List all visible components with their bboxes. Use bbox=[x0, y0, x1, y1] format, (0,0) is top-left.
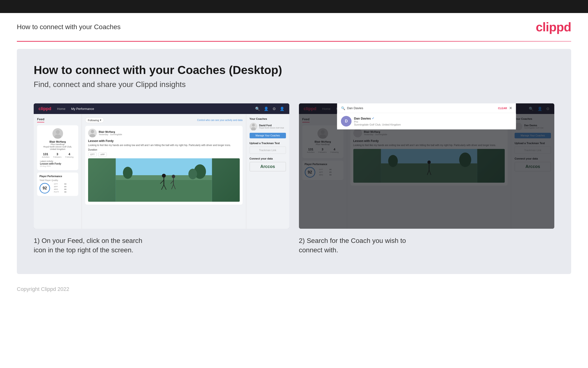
search-result-role: Pro bbox=[354, 120, 401, 123]
profile-name: Blair McHarg bbox=[40, 140, 75, 143]
following-count: 4 bbox=[65, 152, 73, 156]
clear-button[interactable]: CLEAR bbox=[498, 107, 507, 110]
mock-app-1: clippd Home My Performance 🔍 👤 ⚙ 👤 bbox=[34, 103, 289, 229]
avatar-nav[interactable]: 👤 bbox=[280, 107, 284, 111]
followers-label: Followers bbox=[53, 156, 61, 158]
post-author-sub: Yesterday · Sunningdale bbox=[99, 133, 122, 136]
upload-title: Upload a Trackman Test bbox=[250, 142, 286, 145]
search-result-info: Dan Davies ✓ Pro Sunningdale Golf Club, … bbox=[354, 117, 401, 126]
search-icon-overlay: 🔍 bbox=[341, 106, 345, 110]
coach-club: Royal North Devon Golf Club bbox=[259, 127, 284, 129]
svg-point-21 bbox=[251, 127, 256, 130]
app-navbar: clippd Home My Performance 🔍 👤 ⚙ 👤 bbox=[34, 103, 289, 114]
search-input-value[interactable]: Dan Davies bbox=[347, 106, 496, 110]
settings-icon[interactable]: ⚙ bbox=[272, 107, 276, 111]
post-author-name: Blair McHarg bbox=[99, 130, 122, 133]
search-result-item[interactable]: D Dan Davies ✓ Pro Sunningdale Golf Club… bbox=[337, 113, 516, 129]
following-label: Following bbox=[65, 156, 73, 158]
section-title: How to connect with your Coaches (Deskto… bbox=[34, 63, 554, 77]
activity-date: 03 Aug 2022 bbox=[40, 165, 75, 167]
trackman-input[interactable]: Trackman Link bbox=[250, 147, 286, 154]
post-header: Blair McHarg Yesterday · Sunningdale bbox=[88, 129, 240, 137]
bar-putt: PUTT 96 bbox=[54, 191, 66, 193]
close-search-button[interactable]: ✕ bbox=[509, 106, 512, 110]
coach-avatar bbox=[250, 123, 257, 130]
app-logo: clippd bbox=[38, 106, 51, 111]
following-button[interactable]: Following ▾ bbox=[85, 117, 104, 123]
svg-point-20 bbox=[252, 124, 255, 127]
bar-arg-label: ARG bbox=[54, 188, 60, 190]
performance-card: Player Performance Total Player Quality … bbox=[37, 173, 78, 196]
stats-row: 131 Activities 3 Followers 4 bbox=[40, 152, 75, 158]
control-link[interactable]: Control who can see your activity and da… bbox=[197, 119, 242, 121]
profile-card: Blair McHarg Plus Handicap Royal North D… bbox=[37, 125, 78, 170]
feed-post: Blair McHarg Yesterday · Sunningdale Les… bbox=[85, 126, 243, 205]
top-bar bbox=[0, 0, 588, 13]
svg-point-0 bbox=[56, 130, 60, 134]
stat-activities: 131 Activities bbox=[42, 152, 50, 158]
post-author-info: Blair McHarg Yesterday · Sunningdale bbox=[99, 130, 122, 136]
middle-panel: Following ▾ Control who can see your act… bbox=[82, 114, 246, 229]
following-row: Following ▾ Control who can see your act… bbox=[85, 117, 243, 123]
coach-avatar-svg bbox=[250, 123, 257, 130]
bar-app: APP 85 bbox=[54, 185, 66, 188]
post-title: Lesson with Fordy bbox=[88, 139, 240, 143]
verified-icon: ✓ bbox=[372, 117, 374, 120]
post-avatar bbox=[88, 129, 97, 137]
app-body: Feed Blair McHarg Plus Handicap bbox=[34, 114, 289, 229]
performance-sub: Total Player Quality bbox=[39, 179, 76, 182]
avatar-svg bbox=[53, 129, 62, 138]
off-btn[interactable]: OTT bbox=[88, 153, 97, 156]
nav-icons: 🔍 👤 ⚙ 👤 bbox=[255, 107, 284, 111]
screenshot-block-2: clippd Home My Performance 🔍 👤 ⚙ Feed bbox=[299, 103, 554, 255]
stat-followers: 3 Followers bbox=[53, 152, 61, 158]
bar-putt-val: 96 bbox=[61, 191, 66, 193]
avatar bbox=[53, 128, 63, 139]
feed-tab[interactable]: Feed bbox=[37, 117, 44, 122]
search-result-avatar: D bbox=[341, 116, 352, 127]
bar-app-label: APP bbox=[54, 185, 60, 188]
search-bar-overlay: 🔍 Dan Davies CLEAR ✕ D Dan Davies ✓ Pro bbox=[337, 103, 516, 129]
svg-point-7 bbox=[123, 167, 133, 179]
performance-content: 92 OTT 90 bbox=[39, 183, 76, 193]
copyright-text: Copyright Clippd 2022 bbox=[17, 286, 69, 292]
profile-handicap: Plus Handicap bbox=[40, 143, 75, 146]
caption-2: 2) Search for the Coach you wish toconne… bbox=[299, 236, 554, 255]
caption-1: 1) On your Feed, click on the searchicon… bbox=[34, 236, 289, 255]
result-name-text: Dan Davies bbox=[354, 117, 371, 120]
profile-club: Royal North Devon Golf Club, United King… bbox=[40, 146, 75, 150]
latest-activity-label: Latest Activity bbox=[40, 160, 75, 162]
header-divider bbox=[17, 41, 571, 42]
coaches-title: Your Coaches bbox=[250, 117, 286, 120]
svg-point-15 bbox=[172, 175, 175, 178]
activities-label: Activities bbox=[42, 156, 50, 158]
header: How to connect with your Coaches clippd bbox=[0, 13, 588, 41]
activities-count: 131 bbox=[42, 152, 50, 156]
svg-point-2 bbox=[91, 130, 94, 133]
coach-item-1: David Ford Royal North Devon Golf Club bbox=[250, 123, 286, 130]
manage-coaches-button[interactable]: Manage Your Coaches bbox=[250, 133, 286, 138]
app-btn[interactable]: APP bbox=[98, 153, 107, 156]
nav-home: Home bbox=[57, 107, 65, 110]
user-icon[interactable]: 👤 bbox=[264, 107, 269, 111]
svg-point-1 bbox=[54, 135, 61, 138]
search-input-row: 🔍 Dan Davies CLEAR ✕ bbox=[337, 103, 516, 113]
coach-name: David Ford bbox=[259, 124, 284, 127]
screenshot-block-1: clippd Home My Performance 🔍 👤 ⚙ 👤 bbox=[34, 103, 289, 255]
screenshot-1: clippd Home My Performance 🔍 👤 ⚙ 👤 bbox=[34, 103, 289, 229]
bar-app-val: 85 bbox=[61, 185, 66, 188]
latest-activity-section: Latest Activity Lesson with Fordy 03 Aug… bbox=[40, 160, 75, 167]
left-panel: Feed Blair McHarg Plus Handicap bbox=[34, 114, 82, 229]
search-result-name: Dan Davies ✓ bbox=[354, 117, 401, 120]
performance-title: Player Performance bbox=[39, 175, 76, 178]
section-subtitle: Find, connect and share your Clippd insi… bbox=[34, 80, 554, 89]
followers-count: 3 bbox=[53, 152, 61, 156]
connect-title: Connect your data bbox=[250, 157, 286, 160]
connect-section: Connect your data Arccos bbox=[250, 157, 286, 171]
caption-2-text: 2) Search for the Coach you wish toconne… bbox=[299, 236, 554, 255]
right-panel: Your Coaches David Ford bbox=[246, 114, 289, 229]
golf-image-svg bbox=[88, 158, 240, 202]
upload-section: Upload a Trackman Test Trackman Link bbox=[250, 142, 286, 154]
search-icon[interactable]: 🔍 bbox=[255, 107, 260, 111]
arccos-logo: Arccos bbox=[250, 162, 286, 171]
